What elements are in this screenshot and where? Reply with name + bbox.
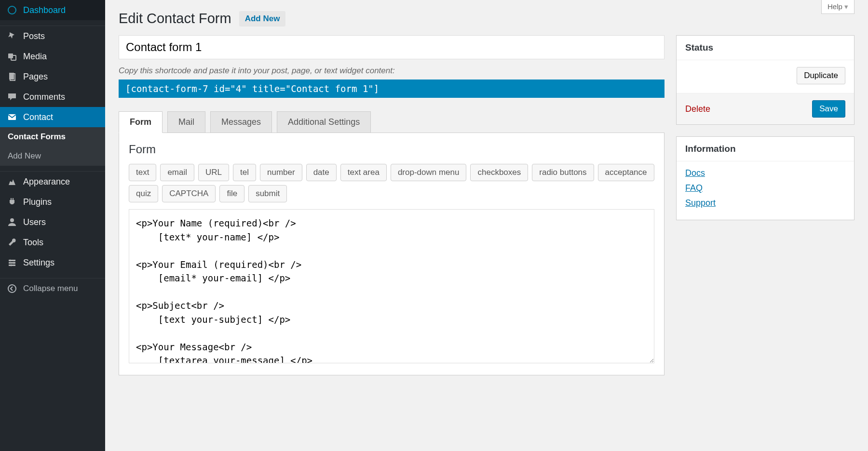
tag-button[interactable]: URL — [198, 164, 229, 181]
panel-heading: Form — [129, 143, 654, 156]
sidebar-item-pages[interactable]: Pages — [0, 66, 105, 87]
status-box-title: Status — [677, 36, 854, 60]
information-box: Information Docs FAQ Support — [676, 136, 854, 220]
tab-messages[interactable]: Messages — [210, 111, 272, 133]
sidebar-item-plugins[interactable]: Plugins — [0, 192, 105, 212]
appearance-icon — [7, 176, 17, 187]
svg-point-13 — [8, 285, 16, 292]
collapse-icon — [7, 283, 17, 294]
tab-additional-settings[interactable]: Additional Settings — [277, 111, 371, 133]
tag-button[interactable]: email — [160, 164, 194, 181]
sidebar-item-contact[interactable]: Contact — [0, 107, 105, 127]
comment-icon — [7, 92, 17, 102]
editor-tabs: Form Mail Messages Additional Settings — [119, 111, 665, 133]
tag-button[interactable]: checkboxes — [470, 164, 528, 181]
plugin-icon — [7, 197, 17, 207]
tag-button[interactable]: radio buttons — [532, 164, 594, 181]
sidebar-label: Contact — [23, 112, 53, 122]
users-icon — [7, 217, 17, 227]
sidebar-label: Media — [23, 52, 47, 62]
form-title-input[interactable] — [119, 35, 665, 59]
submenu-item-add-new[interactable]: Add New — [0, 146, 105, 166]
tag-button[interactable]: acceptance — [598, 164, 654, 181]
sidebar-item-comments[interactable]: Comments — [0, 87, 105, 107]
sidebar-label: Users — [23, 217, 46, 227]
sidebar-label: Posts — [23, 31, 45, 41]
help-tab[interactable]: Help — [821, 0, 854, 14]
tag-button[interactable]: drop-down menu — [391, 164, 467, 181]
status-box: Status Duplicate Delete Save — [676, 35, 854, 125]
duplicate-button[interactable]: Duplicate — [797, 67, 845, 84]
tag-button[interactable]: date — [306, 164, 337, 181]
sidebar-item-dashboard[interactable]: Dashboard — [0, 0, 105, 20]
dashboard-icon — [7, 5, 17, 15]
sidebar-item-settings[interactable]: Settings — [0, 252, 105, 273]
svg-point-10 — [9, 260, 11, 262]
envelope-icon — [7, 112, 17, 122]
faq-link[interactable]: FAQ — [685, 183, 845, 193]
sidebar-label: Appearance — [23, 177, 70, 187]
pin-icon — [7, 31, 17, 41]
tag-button[interactable]: number — [260, 164, 302, 181]
support-link[interactable]: Support — [685, 198, 845, 208]
tag-button[interactable]: submit — [248, 185, 287, 202]
settings-icon — [7, 257, 17, 268]
sidebar-item-appearance[interactable]: Appearance — [0, 172, 105, 192]
tag-button[interactable]: quiz — [129, 185, 158, 202]
collapse-label: Collapse menu — [23, 284, 78, 293]
shortcode-hint: Copy this shortcode and paste it into yo… — [119, 66, 665, 76]
tag-button[interactable]: text — [129, 164, 156, 181]
sidebar-item-media[interactable]: Media — [0, 46, 105, 66]
sidebar-item-users[interactable]: Users — [0, 212, 105, 232]
sidebar-submenu-contact: Contact Forms Add New — [0, 127, 105, 166]
tools-icon — [7, 237, 17, 248]
delete-link[interactable]: Delete — [685, 104, 710, 114]
tab-panel-form: Form textemailURLtelnumberdatetext aread… — [119, 133, 665, 375]
main-content: Help Edit Contact Form Add New Copy this… — [105, 0, 868, 451]
save-button[interactable]: Save — [812, 100, 845, 118]
tag-button[interactable]: file — [219, 185, 244, 202]
tag-button-row: textemailURLtelnumberdatetext areadrop-d… — [129, 164, 654, 202]
tab-form[interactable]: Form — [119, 111, 163, 133]
sidebar-label: Plugins — [23, 197, 52, 207]
sidebar-label: Pages — [23, 72, 48, 82]
form-body-textarea[interactable] — [129, 209, 654, 363]
pages-icon — [7, 71, 17, 82]
docs-link[interactable]: Docs — [685, 168, 845, 178]
media-icon — [7, 51, 17, 62]
sidebar-item-tools[interactable]: Tools — [0, 232, 105, 252]
svg-point-11 — [13, 262, 15, 264]
sidebar-label: Dashboard — [23, 5, 66, 15]
page-title: Edit Contact Form — [119, 11, 231, 27]
svg-point-12 — [10, 265, 12, 266]
tag-button[interactable]: text area — [340, 164, 387, 181]
tag-button[interactable]: CAPTCHA — [162, 185, 216, 202]
information-box-title: Information — [677, 137, 854, 161]
tab-mail[interactable]: Mail — [167, 111, 205, 133]
shortcode-field[interactable]: [contact-form-7 id="4" title="Contact fo… — [119, 80, 665, 98]
collapse-menu[interactable]: Collapse menu — [0, 279, 105, 299]
svg-point-6 — [10, 218, 14, 222]
sidebar-label: Settings — [23, 258, 54, 268]
tag-button[interactable]: tel — [233, 164, 256, 181]
submenu-item-contact-forms[interactable]: Contact Forms — [0, 127, 105, 146]
admin-sidebar: Dashboard Posts Media Pages Comments Con… — [0, 0, 105, 451]
sidebar-label: Comments — [23, 92, 65, 102]
sidebar-label: Tools — [23, 238, 43, 248]
sidebar-item-posts[interactable]: Posts — [0, 26, 105, 46]
add-new-button[interactable]: Add New — [239, 11, 286, 27]
